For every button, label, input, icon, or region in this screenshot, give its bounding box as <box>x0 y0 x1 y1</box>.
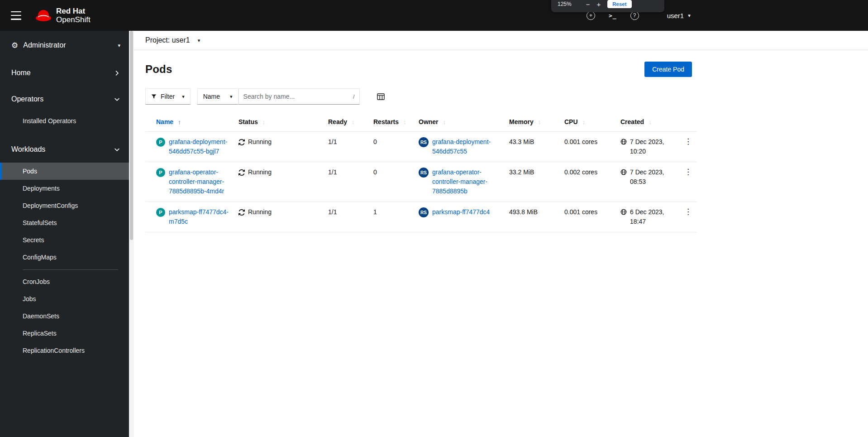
nav-label: Workloads <box>11 145 45 154</box>
workloads-subnav: Pods Deployments DeploymentConfigs State… <box>0 163 129 359</box>
pods-table-wrap: Name↑Status↕Ready↕Restarts↕Owner↕Memory↕… <box>134 114 697 232</box>
search-attribute-dropdown[interactable]: Name ▾ <box>197 88 238 105</box>
project-selector[interactable]: Project: user1 ▾ <box>134 31 868 50</box>
nav-label: DeploymentConfigs <box>23 202 78 209</box>
created-timestamp: 6 Dec 2023, 18:47 <box>630 207 675 226</box>
columns-icon <box>377 93 385 100</box>
perspective-switcher[interactable]: ⚙ Administrator ▾ <box>0 31 129 60</box>
openshift-console: Red Hat OpenShift + >_ ? user1 ▾ 125% − … <box>0 0 868 437</box>
caret-down-icon: ▾ <box>688 13 691 18</box>
manage-columns-button[interactable] <box>375 91 386 102</box>
filter-funnel-icon <box>151 94 157 99</box>
globe-timestamp-icon <box>620 139 627 145</box>
caret-down-icon: ▾ <box>118 43 120 48</box>
status-text: Running <box>248 137 272 147</box>
cpu-value: 0.002 cores <box>564 168 597 176</box>
browser-zoom-popup: 125% − + Reset <box>551 0 664 12</box>
sidebar-item-home[interactable]: Home <box>0 60 129 86</box>
help-button[interactable]: ? <box>630 11 639 20</box>
column-header-owner[interactable]: Owner↕ <box>419 114 509 132</box>
pod-badge: P <box>156 138 165 147</box>
project-selector-label: Project: user1 <box>145 36 190 44</box>
column-header-label: Restarts <box>373 118 399 125</box>
sync-running-icon <box>238 209 245 216</box>
restarts-count: 0 <box>373 168 377 176</box>
sortable-column-icon: ↕ <box>352 119 355 125</box>
column-header-label: Created <box>620 118 644 125</box>
column-header-name[interactable]: Name↑ <box>145 114 238 132</box>
pod-name-link[interactable]: grafana-deployment-546dd57c55-bgjl7 <box>169 137 234 156</box>
column-header-label: Status <box>238 118 258 125</box>
list-toolbar: Filter ▾ Name ▾ / <box>134 88 697 105</box>
sidebar-item-daemonsets[interactable]: DaemonSets <box>0 307 129 325</box>
column-header-restarts[interactable]: Restarts↕ <box>373 114 419 132</box>
cpu-value: 0.001 cores <box>564 138 597 145</box>
user-name: user1 <box>667 12 684 19</box>
kebab-menu-button[interactable]: ⋮ <box>681 167 696 177</box>
sidebar-item-pods[interactable]: Pods <box>0 163 129 180</box>
web-terminal-button[interactable]: >_ <box>609 12 617 19</box>
owner-link[interactable]: grafana-deployment-546dd57c55 <box>432 137 505 156</box>
nav-label: Pods <box>23 168 37 175</box>
scrollbar-thumb[interactable] <box>130 31 133 240</box>
column-header-cpu[interactable]: CPU↕ <box>564 114 620 132</box>
search-shortcut-hint: / <box>353 93 355 100</box>
column-header-created[interactable]: Created↕ <box>620 114 679 132</box>
globe-timestamp-icon <box>620 209 627 215</box>
user-menu[interactable]: user1 ▾ <box>667 12 691 19</box>
nav-label: DaemonSets <box>23 312 59 320</box>
help-icon: ? <box>630 11 639 20</box>
sidebar-item-replicasets[interactable]: ReplicaSets <box>0 325 129 342</box>
sidebar-item-deployments[interactable]: Deployments <box>0 180 129 197</box>
sidebar-item-jobs[interactable]: Jobs <box>0 290 129 307</box>
column-header-status[interactable]: Status↕ <box>238 114 328 132</box>
sidebar-item-installed-operators[interactable]: Installed Operators <box>0 112 129 129</box>
sortable-column-icon: ↕ <box>649 119 652 125</box>
status-text: Running <box>248 168 272 177</box>
column-header-ready[interactable]: Ready↕ <box>328 114 373 132</box>
created-timestamp: 7 Dec 2023, 10:20 <box>630 137 675 156</box>
column-header-label: Ready <box>328 118 347 125</box>
create-pod-button[interactable]: Create Pod <box>644 62 692 77</box>
kebab-menu-button[interactable]: ⋮ <box>681 206 696 217</box>
nav-label: StatefulSets <box>23 219 57 226</box>
brand-logo[interactable]: Red Hat OpenShift <box>35 7 91 24</box>
sidebar-item-operators[interactable]: Operators <box>0 86 129 112</box>
filter-dropdown[interactable]: Filter ▾ <box>145 88 191 105</box>
table-header-row: Name↑Status↕Ready↕Restarts↕Owner↕Memory↕… <box>145 114 697 132</box>
table-row: P grafana-deployment-546dd57c55-bgjl7 Ru… <box>145 132 697 162</box>
sidebar-item-deploymentconfigs[interactable]: DeploymentConfigs <box>0 197 129 214</box>
replicaset-badge: RS <box>419 168 429 178</box>
owner-link[interactable]: parksmap-ff7477dc4 <box>432 207 505 217</box>
page-header: Pods Create Pod <box>134 50 697 77</box>
sidebar-item-workloads[interactable]: Workloads <box>0 136 129 163</box>
created-timestamp: 7 Dec 2023, 08:53 <box>630 168 675 187</box>
column-header-memory[interactable]: Memory↕ <box>509 114 564 132</box>
hamburger-menu-icon[interactable] <box>11 11 22 20</box>
search-input[interactable] <box>238 88 360 105</box>
sidebar-item-configmaps[interactable]: ConfigMaps <box>0 249 129 266</box>
restarts-count: 1 <box>373 208 377 216</box>
zoom-reset-button[interactable]: Reset <box>607 0 631 8</box>
sidebar-item-statefulsets[interactable]: StatefulSets <box>0 214 129 231</box>
nav-label: ReplicationControllers <box>23 347 85 354</box>
sortable-column-icon: ↕ <box>582 119 586 125</box>
nav-label: Secrets <box>23 236 44 244</box>
brand-line1: Red Hat <box>56 7 91 15</box>
owner-link[interactable]: grafana-operator-controller-manager-7885… <box>432 168 505 196</box>
quick-create-button[interactable]: + <box>587 11 595 20</box>
sidebar-item-replicationcontrollers[interactable]: ReplicationControllers <box>0 342 129 359</box>
sortable-column-icon: ↕ <box>443 119 446 125</box>
zoom-out-button[interactable]: − <box>586 1 590 8</box>
zoom-level: 125% <box>558 1 572 7</box>
memory-value: 33.2 MiB <box>509 168 534 176</box>
kebab-menu-button[interactable]: ⋮ <box>681 136 696 147</box>
zoom-in-button[interactable]: + <box>596 1 601 8</box>
pod-name-link[interactable]: parksmap-ff7477dc4-m7d5c <box>169 207 234 226</box>
sidebar-item-secrets[interactable]: Secrets <box>0 231 129 249</box>
pod-name-link[interactable]: grafana-operator-controller-manager-7885… <box>169 168 234 196</box>
sortable-column-icon: ↕ <box>403 119 406 125</box>
search-field-wrap: / <box>238 88 360 105</box>
operators-subnav: Installed Operators <box>0 112 129 129</box>
sidebar-item-cronjobs[interactable]: CronJobs <box>0 273 129 290</box>
